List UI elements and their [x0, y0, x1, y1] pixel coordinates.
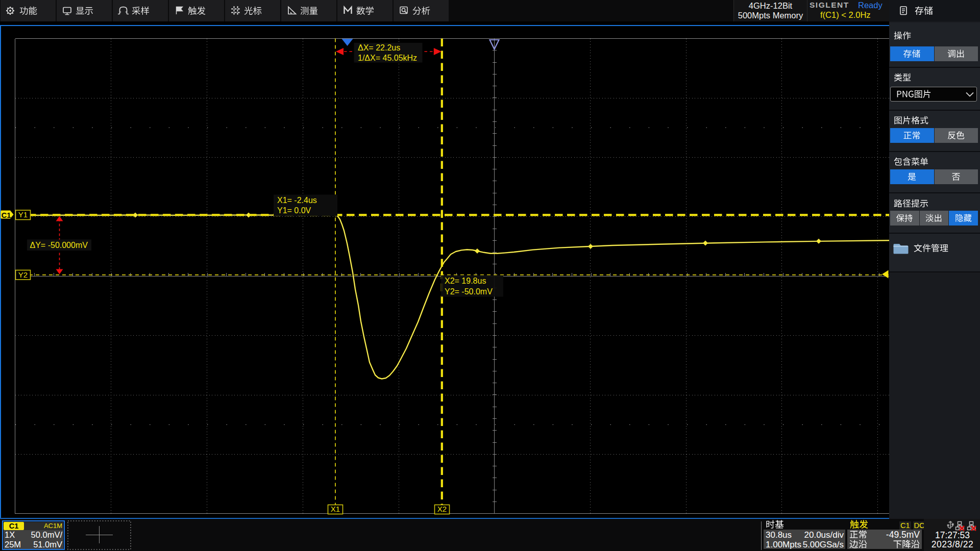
svg-text:-49.5mV: -49.5mV	[886, 530, 920, 540]
